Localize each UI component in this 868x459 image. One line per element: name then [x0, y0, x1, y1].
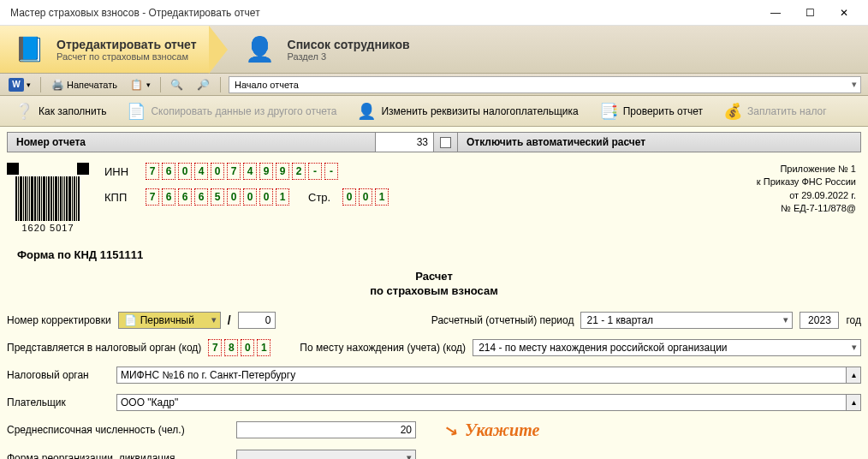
- print-button[interactable]: 🖨️Напечатать: [45, 75, 122, 94]
- char-cell: 0: [227, 188, 241, 206]
- printer-icon: 🖨️: [51, 78, 64, 92]
- char-cell: 0: [211, 163, 224, 180]
- requisites-button[interactable]: 👤Изменить реквизиты налогоплательщика: [349, 99, 586, 123]
- pay-tax-button[interactable]: 💰Заплатить налог: [716, 99, 835, 123]
- char-cell: 4: [194, 163, 208, 180]
- char-cell: 7: [146, 188, 159, 206]
- char-cell: 7: [146, 163, 159, 180]
- char-cell: 0: [241, 339, 254, 356]
- word-icon: W: [9, 78, 24, 92]
- tax-org-lookup[interactable]: ▴: [116, 367, 861, 384]
- window-title: Мастер страховых взносов - Отредактирова…: [7, 7, 758, 19]
- annex-l2: к Приказу ФНС России: [757, 176, 856, 188]
- inn-boxes[interactable]: 7604074992--: [146, 163, 338, 180]
- wizard-step-edit[interactable]: 📘 Отредактировать отчет Расчет по страхо…: [0, 26, 209, 73]
- reorg-select[interactable]: [236, 450, 416, 459]
- char-cell: 1: [257, 339, 271, 356]
- help-icon: ❔: [15, 102, 33, 121]
- page-label: Стр.: [308, 191, 330, 204]
- char-cell: 1: [276, 188, 289, 206]
- char-cell: 0: [259, 188, 273, 206]
- disable-auto-checkbox-cell: [434, 133, 458, 152]
- page-boxes: 001: [342, 188, 389, 206]
- zoom-in-icon: 🔍: [170, 78, 184, 92]
- employees-icon: 👤: [243, 33, 277, 67]
- check-icon: 📑: [599, 102, 618, 121]
- howto-label: Как заполнить: [39, 105, 106, 117]
- check-report-button[interactable]: 📑Проверить отчет: [592, 99, 710, 123]
- zoom-out-button[interactable]: 🔎: [192, 75, 216, 94]
- headcount-input[interactable]: [236, 421, 416, 438]
- char-cell: 6: [178, 188, 192, 206]
- check-label: Проверить отчет: [623, 105, 703, 117]
- howto-button[interactable]: ❔Как заполнить: [7, 99, 114, 123]
- zoom-in-button[interactable]: 🔍: [165, 75, 189, 94]
- location-select[interactable]: 214 - по месту нахождения российской орг…: [473, 339, 861, 356]
- section-value: Начало отчета: [235, 80, 299, 90]
- char-cell: 6: [162, 163, 175, 180]
- print-label: Напечатать: [67, 80, 117, 90]
- annotation-arrow-icon: ↘: [443, 420, 460, 442]
- year-input[interactable]: [800, 312, 839, 329]
- money-icon: 💰: [723, 102, 742, 121]
- copy-label: Скопировать данные из другого отчета: [151, 105, 336, 117]
- tax-org-label: Налоговый орган: [7, 369, 110, 381]
- correction-type-select[interactable]: 📄 Первичный: [118, 312, 221, 329]
- titlebar: Мастер страховых взносов - Отредактирова…: [0, 0, 868, 26]
- maximize-button[interactable]: ☐: [793, 1, 827, 25]
- char-cell: 4: [243, 163, 257, 180]
- title-l2: по страховым взносам: [7, 284, 861, 299]
- year-label: год: [846, 314, 861, 326]
- period-select[interactable]: 21 - 1 квартал: [580, 312, 793, 329]
- char-cell: 7: [227, 163, 241, 180]
- annex-l3: от 29.09.2022 г.: [757, 189, 856, 202]
- wizard-step1-title: Отредактировать отчет: [56, 38, 197, 51]
- title-l1: Расчет: [7, 270, 861, 284]
- char-cell: 9: [276, 163, 289, 180]
- document-icon: 📘: [12, 33, 46, 67]
- barcode-number: 1620 5017: [22, 223, 74, 233]
- pay-label: Заплатить налог: [747, 105, 827, 117]
- close-button[interactable]: ✕: [827, 1, 861, 25]
- correction-number-input[interactable]: [238, 312, 276, 329]
- correction-label: Номер корректировки: [7, 314, 111, 326]
- payer-lookup[interactable]: ▴: [116, 394, 861, 411]
- tax-code-boxes[interactable]: 7801: [208, 339, 271, 356]
- barcode: 1620 5017: [7, 163, 89, 233]
- report-header-bar: Номер отчета 33 Отключить автоматический…: [7, 132, 861, 152]
- char-cell: 5: [211, 188, 224, 206]
- edit-person-icon: 👤: [357, 102, 376, 121]
- char-cell: 0: [178, 163, 192, 180]
- print-dropdown-button[interactable]: 📋▾: [125, 75, 156, 94]
- report-number-value[interactable]: 33: [376, 133, 434, 152]
- char-cell: 6: [162, 188, 175, 206]
- reorg-label: Форма реорганизации, ликвидация: [7, 452, 229, 459]
- tax-org-lookup-button[interactable]: ▴: [846, 367, 861, 384]
- payer-lookup-button[interactable]: ▴: [846, 394, 861, 411]
- tax-org-input[interactable]: [116, 367, 846, 384]
- wizard-step2-sub: Раздел 3: [288, 51, 410, 62]
- copy-icon: 📄: [127, 102, 146, 121]
- char-cell: 6: [194, 188, 208, 206]
- location-value: 214 - по месту нахождения российской орг…: [479, 342, 727, 354]
- payer-input[interactable]: [116, 394, 846, 411]
- minimize-button[interactable]: —: [758, 1, 793, 25]
- disable-auto-checkbox[interactable]: [440, 137, 451, 148]
- char-cell: 0: [359, 188, 372, 206]
- word-export-button[interactable]: W▾: [3, 75, 36, 94]
- wizard-step1-sub: Расчет по страховым взносам: [56, 51, 197, 62]
- wizard-step-employees[interactable]: 👤 Список сотрудников Раздел 3: [209, 26, 422, 73]
- wizard-step2-title: Список сотрудников: [288, 38, 410, 51]
- char-cell: 9: [259, 163, 273, 180]
- char-cell: -: [308, 163, 322, 180]
- period-label: Расчетный (отчетный) период: [431, 314, 574, 326]
- section-selector[interactable]: Начало отчета: [229, 76, 861, 93]
- annex-info: Приложение № 1 к Приказу ФНС России от 2…: [757, 163, 861, 216]
- copy-data-button[interactable]: 📄Скопировать данные из другого отчета: [119, 99, 344, 123]
- char-cell: 1: [375, 188, 389, 206]
- slash-divider: /: [228, 313, 231, 327]
- kpp-boxes[interactable]: 766650001: [146, 188, 289, 206]
- kpp-label: КПП: [104, 191, 134, 204]
- payer-label: Плательщик: [7, 396, 110, 408]
- wizard-bar: 📘 Отредактировать отчет Расчет по страхо…: [0, 26, 868, 74]
